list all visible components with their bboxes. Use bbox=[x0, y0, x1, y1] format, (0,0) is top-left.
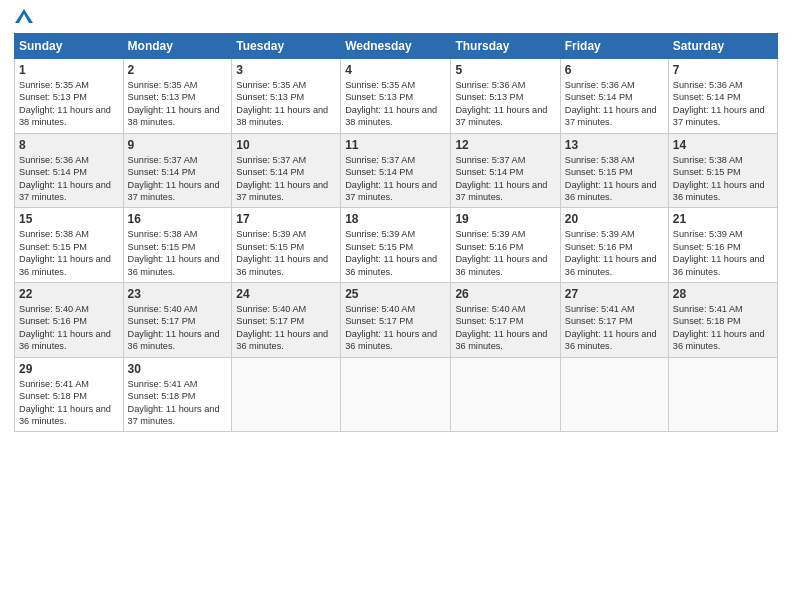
calendar-header-friday: Friday bbox=[560, 34, 668, 59]
calendar-cell: 21Sunrise: 5:39 AMSunset: 5:16 PMDayligh… bbox=[668, 208, 777, 283]
cell-content: Sunrise: 5:37 AMSunset: 5:14 PMDaylight:… bbox=[455, 154, 555, 204]
header bbox=[14, 10, 778, 25]
calendar-header-row: SundayMondayTuesdayWednesdayThursdayFrid… bbox=[15, 34, 778, 59]
calendar-week-row: 8Sunrise: 5:36 AMSunset: 5:14 PMDaylight… bbox=[15, 133, 778, 208]
day-number: 16 bbox=[128, 212, 228, 226]
calendar-week-row: 15Sunrise: 5:38 AMSunset: 5:15 PMDayligh… bbox=[15, 208, 778, 283]
day-number: 8 bbox=[19, 138, 119, 152]
calendar-cell: 26Sunrise: 5:40 AMSunset: 5:17 PMDayligh… bbox=[451, 283, 560, 358]
day-number: 21 bbox=[673, 212, 773, 226]
calendar-cell: 20Sunrise: 5:39 AMSunset: 5:16 PMDayligh… bbox=[560, 208, 668, 283]
calendar-cell: 15Sunrise: 5:38 AMSunset: 5:15 PMDayligh… bbox=[15, 208, 124, 283]
cell-content: Sunrise: 5:41 AMSunset: 5:17 PMDaylight:… bbox=[565, 303, 664, 353]
calendar-cell bbox=[232, 357, 341, 432]
calendar-cell: 4Sunrise: 5:35 AMSunset: 5:13 PMDaylight… bbox=[341, 59, 451, 134]
logo bbox=[14, 10, 33, 25]
cell-content: Sunrise: 5:35 AMSunset: 5:13 PMDaylight:… bbox=[128, 79, 228, 129]
calendar-cell: 23Sunrise: 5:40 AMSunset: 5:17 PMDayligh… bbox=[123, 283, 232, 358]
day-number: 22 bbox=[19, 287, 119, 301]
day-number: 7 bbox=[673, 63, 773, 77]
cell-content: Sunrise: 5:35 AMSunset: 5:13 PMDaylight:… bbox=[19, 79, 119, 129]
cell-content: Sunrise: 5:38 AMSunset: 5:15 PMDaylight:… bbox=[128, 228, 228, 278]
calendar-cell bbox=[341, 357, 451, 432]
day-number: 18 bbox=[345, 212, 446, 226]
page-container: SundayMondayTuesdayWednesdayThursdayFrid… bbox=[0, 0, 792, 442]
day-number: 9 bbox=[128, 138, 228, 152]
cell-content: Sunrise: 5:39 AMSunset: 5:15 PMDaylight:… bbox=[236, 228, 336, 278]
day-number: 10 bbox=[236, 138, 336, 152]
cell-content: Sunrise: 5:37 AMSunset: 5:14 PMDaylight:… bbox=[345, 154, 446, 204]
cell-content: Sunrise: 5:36 AMSunset: 5:14 PMDaylight:… bbox=[673, 79, 773, 129]
cell-content: Sunrise: 5:38 AMSunset: 5:15 PMDaylight:… bbox=[673, 154, 773, 204]
day-number: 1 bbox=[19, 63, 119, 77]
calendar-cell: 6Sunrise: 5:36 AMSunset: 5:14 PMDaylight… bbox=[560, 59, 668, 134]
cell-content: Sunrise: 5:37 AMSunset: 5:14 PMDaylight:… bbox=[236, 154, 336, 204]
cell-content: Sunrise: 5:36 AMSunset: 5:14 PMDaylight:… bbox=[565, 79, 664, 129]
cell-content: Sunrise: 5:36 AMSunset: 5:13 PMDaylight:… bbox=[455, 79, 555, 129]
calendar-cell: 25Sunrise: 5:40 AMSunset: 5:17 PMDayligh… bbox=[341, 283, 451, 358]
cell-content: Sunrise: 5:41 AMSunset: 5:18 PMDaylight:… bbox=[128, 378, 228, 428]
day-number: 14 bbox=[673, 138, 773, 152]
calendar-cell: 12Sunrise: 5:37 AMSunset: 5:14 PMDayligh… bbox=[451, 133, 560, 208]
calendar-cell bbox=[560, 357, 668, 432]
calendar-cell: 16Sunrise: 5:38 AMSunset: 5:15 PMDayligh… bbox=[123, 208, 232, 283]
calendar-table: SundayMondayTuesdayWednesdayThursdayFrid… bbox=[14, 33, 778, 432]
calendar-cell: 27Sunrise: 5:41 AMSunset: 5:17 PMDayligh… bbox=[560, 283, 668, 358]
cell-content: Sunrise: 5:35 AMSunset: 5:13 PMDaylight:… bbox=[345, 79, 446, 129]
day-number: 11 bbox=[345, 138, 446, 152]
day-number: 25 bbox=[345, 287, 446, 301]
calendar-cell: 28Sunrise: 5:41 AMSunset: 5:18 PMDayligh… bbox=[668, 283, 777, 358]
cell-content: Sunrise: 5:41 AMSunset: 5:18 PMDaylight:… bbox=[19, 378, 119, 428]
cell-content: Sunrise: 5:38 AMSunset: 5:15 PMDaylight:… bbox=[565, 154, 664, 204]
day-number: 30 bbox=[128, 362, 228, 376]
day-number: 4 bbox=[345, 63, 446, 77]
cell-content: Sunrise: 5:38 AMSunset: 5:15 PMDaylight:… bbox=[19, 228, 119, 278]
calendar-header-sunday: Sunday bbox=[15, 34, 124, 59]
calendar-cell: 24Sunrise: 5:40 AMSunset: 5:17 PMDayligh… bbox=[232, 283, 341, 358]
day-number: 27 bbox=[565, 287, 664, 301]
day-number: 2 bbox=[128, 63, 228, 77]
calendar-cell: 17Sunrise: 5:39 AMSunset: 5:15 PMDayligh… bbox=[232, 208, 341, 283]
day-number: 28 bbox=[673, 287, 773, 301]
calendar-cell: 8Sunrise: 5:36 AMSunset: 5:14 PMDaylight… bbox=[15, 133, 124, 208]
cell-content: Sunrise: 5:37 AMSunset: 5:14 PMDaylight:… bbox=[128, 154, 228, 204]
calendar-cell: 19Sunrise: 5:39 AMSunset: 5:16 PMDayligh… bbox=[451, 208, 560, 283]
day-number: 20 bbox=[565, 212, 664, 226]
day-number: 5 bbox=[455, 63, 555, 77]
cell-content: Sunrise: 5:40 AMSunset: 5:16 PMDaylight:… bbox=[19, 303, 119, 353]
calendar-cell: 1Sunrise: 5:35 AMSunset: 5:13 PMDaylight… bbox=[15, 59, 124, 134]
day-number: 23 bbox=[128, 287, 228, 301]
calendar-cell bbox=[451, 357, 560, 432]
day-number: 17 bbox=[236, 212, 336, 226]
calendar-header-tuesday: Tuesday bbox=[232, 34, 341, 59]
calendar-cell bbox=[668, 357, 777, 432]
day-number: 6 bbox=[565, 63, 664, 77]
cell-content: Sunrise: 5:39 AMSunset: 5:15 PMDaylight:… bbox=[345, 228, 446, 278]
calendar-week-row: 1Sunrise: 5:35 AMSunset: 5:13 PMDaylight… bbox=[15, 59, 778, 134]
logo-text bbox=[14, 10, 33, 24]
calendar-cell: 22Sunrise: 5:40 AMSunset: 5:16 PMDayligh… bbox=[15, 283, 124, 358]
calendar-cell: 30Sunrise: 5:41 AMSunset: 5:18 PMDayligh… bbox=[123, 357, 232, 432]
calendar-cell: 11Sunrise: 5:37 AMSunset: 5:14 PMDayligh… bbox=[341, 133, 451, 208]
calendar-cell: 7Sunrise: 5:36 AMSunset: 5:14 PMDaylight… bbox=[668, 59, 777, 134]
cell-content: Sunrise: 5:35 AMSunset: 5:13 PMDaylight:… bbox=[236, 79, 336, 129]
day-number: 12 bbox=[455, 138, 555, 152]
cell-content: Sunrise: 5:40 AMSunset: 5:17 PMDaylight:… bbox=[455, 303, 555, 353]
calendar-cell: 2Sunrise: 5:35 AMSunset: 5:13 PMDaylight… bbox=[123, 59, 232, 134]
calendar-cell: 18Sunrise: 5:39 AMSunset: 5:15 PMDayligh… bbox=[341, 208, 451, 283]
cell-content: Sunrise: 5:39 AMSunset: 5:16 PMDaylight:… bbox=[455, 228, 555, 278]
cell-content: Sunrise: 5:36 AMSunset: 5:14 PMDaylight:… bbox=[19, 154, 119, 204]
calendar-cell: 14Sunrise: 5:38 AMSunset: 5:15 PMDayligh… bbox=[668, 133, 777, 208]
logo-icon bbox=[15, 9, 33, 23]
day-number: 13 bbox=[565, 138, 664, 152]
cell-content: Sunrise: 5:40 AMSunset: 5:17 PMDaylight:… bbox=[345, 303, 446, 353]
calendar-header-monday: Monday bbox=[123, 34, 232, 59]
calendar-cell: 9Sunrise: 5:37 AMSunset: 5:14 PMDaylight… bbox=[123, 133, 232, 208]
calendar-week-row: 29Sunrise: 5:41 AMSunset: 5:18 PMDayligh… bbox=[15, 357, 778, 432]
cell-content: Sunrise: 5:40 AMSunset: 5:17 PMDaylight:… bbox=[236, 303, 336, 353]
calendar-header-thursday: Thursday bbox=[451, 34, 560, 59]
calendar-header-saturday: Saturday bbox=[668, 34, 777, 59]
calendar-week-row: 22Sunrise: 5:40 AMSunset: 5:16 PMDayligh… bbox=[15, 283, 778, 358]
cell-content: Sunrise: 5:41 AMSunset: 5:18 PMDaylight:… bbox=[673, 303, 773, 353]
day-number: 3 bbox=[236, 63, 336, 77]
